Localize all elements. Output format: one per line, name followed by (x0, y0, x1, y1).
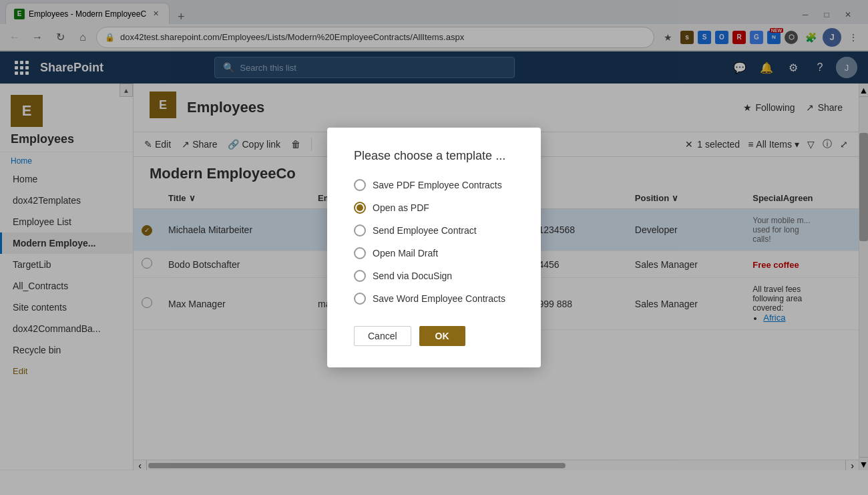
radio-save-pdf[interactable] (354, 179, 366, 191)
modal-options: Save PDF Employee Contracts Open as PDF … (354, 179, 514, 305)
radio-open-pdf[interactable] (354, 202, 366, 214)
ok-button[interactable]: OK (419, 326, 465, 346)
radio-send-contract[interactable] (354, 224, 366, 236)
option-label-send-docusign: Send via DocuSign (373, 271, 452, 281)
modal-option-open-mail[interactable]: Open Mail Draft (354, 247, 514, 259)
radio-save-word[interactable] (354, 293, 366, 305)
modal-option-open-pdf[interactable]: Open as PDF (354, 202, 514, 214)
option-label-open-pdf: Open as PDF (373, 202, 429, 213)
modal-title: Please choose a template ... (354, 149, 514, 163)
modal-overlay: Please choose a template ... Save PDF Em… (0, 0, 868, 470)
cancel-button[interactable]: Cancel (354, 326, 411, 346)
option-label-save-pdf: Save PDF Employee Contracts (373, 180, 502, 190)
modal-option-send-docusign[interactable]: Send via DocuSign (354, 270, 514, 282)
option-label-save-word: Save Word Employee Contracts (373, 293, 505, 304)
radio-open-mail[interactable] (354, 247, 366, 259)
modal-actions: Cancel OK (354, 326, 514, 346)
modal-option-save-word[interactable]: Save Word Employee Contracts (354, 293, 514, 305)
option-label-send-contract: Send Employee Contract (373, 225, 477, 236)
template-chooser-modal: Please choose a template ... Save PDF Em… (327, 128, 541, 367)
radio-send-docusign[interactable] (354, 270, 366, 282)
radio-inner-open-pdf (357, 204, 363, 211)
modal-option-save-pdf[interactable]: Save PDF Employee Contracts (354, 179, 514, 191)
modal-option-send-contract[interactable]: Send Employee Contract (354, 224, 514, 236)
option-label-open-mail: Open Mail Draft (373, 248, 438, 259)
